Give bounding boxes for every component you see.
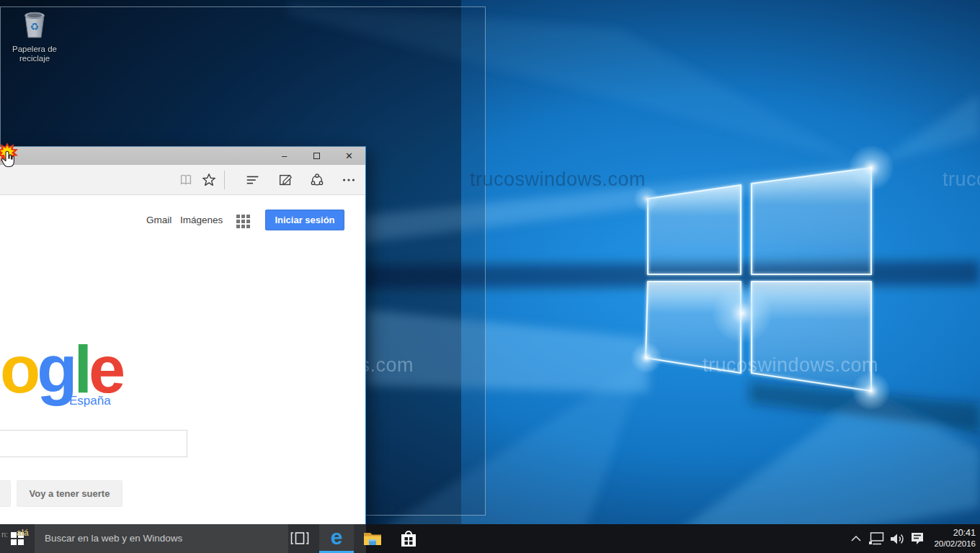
share-button[interactable] <box>308 171 326 189</box>
google-homepage: Gmail Imágenes Iniciar sesión ogle Españ… <box>0 195 365 525</box>
more-actions-button[interactable] <box>340 171 357 189</box>
toolbar-divider <box>224 171 225 189</box>
chevron-up-icon <box>851 536 861 541</box>
lucky-button[interactable]: Voy a tener suerte <box>17 480 122 507</box>
folder-icon <box>363 531 382 547</box>
action-center-icon <box>911 532 924 545</box>
maximize-button[interactable] <box>300 147 333 165</box>
google-country-label: España <box>69 394 111 408</box>
speaker-icon <box>891 533 905 545</box>
network-icon <box>869 532 885 545</box>
caption-fragment: alá <box>17 528 29 538</box>
store-bag-icon <box>400 529 417 548</box>
book-icon <box>178 172 194 188</box>
taskbar: n: alá Buscar en la web y en Windows e <box>0 524 980 553</box>
watermark-text: trucoswindows.com <box>703 354 878 377</box>
volume-tray-button[interactable] <box>888 524 908 553</box>
taskbar-search-input[interactable]: Buscar en la web y en Windows <box>35 524 288 553</box>
watermark-text: trucoswindows.com <box>943 168 980 191</box>
hub-lines-icon <box>245 172 261 188</box>
minimize-glyph: – <box>282 151 287 161</box>
clock-time: 20:41 <box>934 527 976 539</box>
close-glyph: ✕ <box>345 151 353 161</box>
click-indicator <box>0 141 25 174</box>
clock-date: 20/02/2016 <box>934 539 976 549</box>
star-icon <box>201 172 217 188</box>
store-button[interactable] <box>395 524 422 553</box>
share-icon <box>309 172 325 188</box>
minimize-button[interactable]: – <box>268 147 300 165</box>
edge-taskbar-button[interactable]: e <box>319 524 354 553</box>
action-center-button[interactable] <box>908 524 927 553</box>
close-button[interactable]: ✕ <box>333 147 365 165</box>
file-explorer-button[interactable] <box>359 524 386 553</box>
watermark-text: trucoswindows.com <box>470 168 646 191</box>
ellipsis-icon <box>341 172 357 188</box>
taskbar-clock[interactable]: 20:41 20/02/2016 <box>934 527 976 549</box>
google-apps-grid-icon[interactable] <box>236 215 250 228</box>
task-view-button[interactable] <box>287 524 313 553</box>
google-search-input[interactable] <box>0 430 187 457</box>
logo-letter: g <box>37 333 74 406</box>
window-titlebar[interactable]: – ✕ <box>0 147 365 165</box>
logo-letter: o <box>0 333 37 406</box>
google-logo: ogle <box>0 339 122 400</box>
images-link[interactable]: Imágenes <box>180 215 223 225</box>
hub-button[interactable] <box>244 171 262 189</box>
edge-toolbar <box>0 165 365 195</box>
network-tray-button[interactable] <box>866 524 888 553</box>
caption-buttons: – ✕ <box>268 147 365 165</box>
gmail-link[interactable]: Gmail <box>146 215 172 225</box>
maximize-glyph <box>313 153 320 159</box>
google-search-button-fragment[interactable] <box>0 480 11 507</box>
edge-icon: e <box>331 526 343 548</box>
edge-browser-window: – ✕ <box>0 146 366 524</box>
favorites-button[interactable] <box>200 171 218 189</box>
tray-expand-button[interactable] <box>847 524 865 553</box>
reading-view-button[interactable] <box>177 171 195 189</box>
web-note-button[interactable] <box>277 171 294 189</box>
caption-fragment: n: <box>1 530 8 539</box>
task-view-icon <box>290 531 309 546</box>
sign-in-button[interactable]: Iniciar sesión <box>265 210 344 230</box>
pen-note-icon <box>277 172 293 188</box>
